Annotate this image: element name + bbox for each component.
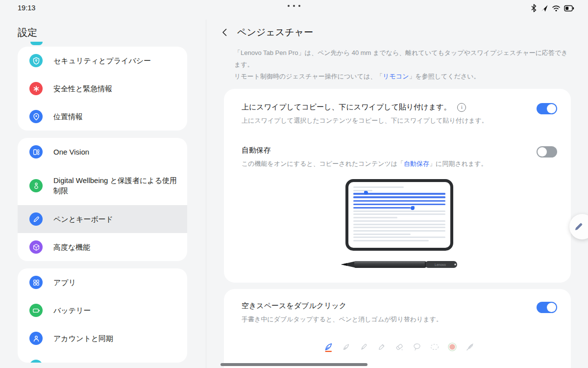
double-click-title: 空きスペースをダブルクリック [242,301,346,311]
document-lines [353,186,445,241]
sidebar-item-label: 安全性と緊急情報 [53,83,112,94]
tablet-illustration [345,179,453,251]
scrolled-item-sliver [30,42,43,45]
sidebar-item-battery[interactable]: バッテリー [18,296,187,324]
fountain-pen-icon [341,342,352,352]
sidebar-item-label: ペンとキーボード [53,214,113,224]
panel-title: ペンジェスチャー [237,26,313,39]
auto-save-title: 自動保存 [242,146,271,155]
sidebar-item-label: Digital Wellbeing と保護者による使用制限 [53,175,180,196]
wellbeing-icon [29,179,43,192]
auto-save-link[interactable]: 自動保存 [404,160,429,167]
selection-handle-end [411,206,415,210]
tablet-screen [345,179,453,251]
accessibility-icon [29,360,43,363]
pen-gestures-panel: ペンジェスチャー 「Lenovo Tab Pen Pro」は、ペン先から 40 … [206,20,588,368]
sidebar-item-label: アカウントと同期 [53,333,113,343]
cube-icon [29,240,43,254]
person-icon [29,332,43,345]
sidebar-item-label: 高度な機能 [53,242,90,252]
location-icon [540,4,548,14]
pencil-icon [29,212,43,226]
sidebar-item-label: バッテリー [53,305,91,315]
emergency-asterisk-icon [29,82,43,95]
battery-icon [564,5,574,14]
swipe-copy-row: 上にスワイプしてコピーし、下にスワイプして貼り付けます。 i 上にスワイプして選… [242,103,557,125]
sidebar-item-safety-emergency[interactable]: 安全性と緊急情報 [18,75,187,103]
lasso-icon [412,342,422,352]
double-click-row: 空きスペースをダブルクリック 手書き中にダブルタップすると、ペンと消しゴムが切り… [242,301,557,324]
double-click-toggle[interactable] [537,302,557,313]
sidebar-item-digital-wellbeing[interactable]: Digital Wellbeing と保護者による使用制限 [18,166,187,205]
sidebar-item-advanced-features[interactable]: 高度な機能 [18,233,187,261]
auto-save-row: 自動保存 この機能をオンにすると、コピーされたコンテンツは「自動保存」に同期され… [242,146,557,168]
back-button[interactable] [220,27,230,37]
sidebar-item-one-vision[interactable]: One Vision [18,138,187,166]
wifi-icon [552,4,561,14]
swipe-copy-toggle[interactable] [537,103,557,114]
eraser-icon [394,342,405,352]
sidebar-item-accounts-sync[interactable]: アカウントと同期 [18,324,187,352]
system-status-icons [531,4,574,14]
shape-ellipse-icon [429,342,440,352]
sidebar-item-location[interactable]: 位置情報 [18,103,187,131]
sidebar-group-system: One Vision Digital Wellbeing と保護者による使用制限… [18,138,187,261]
pen-disabled-icon [465,342,475,352]
sidebar-item-apps[interactable]: アプリ [18,268,187,296]
gesture-navigation-bar[interactable] [220,363,368,366]
window-drag-handle[interactable] [0,5,588,7]
sidebar-item-label: 位置情報 [53,111,83,122]
stylus-illustration: Lenovo [242,259,557,270]
location-pin-icon [29,110,43,123]
sidebar-item-label: アプリ [53,277,76,288]
swipe-copy-subtitle: 上にスワイプして選択したコンテンツをコピーし、下にスワイプして貼り付けます。 [242,116,488,125]
pen-brand-label: Lenovo [435,263,446,266]
settings-sidebar: 設定 セキュリティとプライバシー 安全性と緊急情報 位置情報 One [0,20,206,368]
swipe-copy-title: 上にスワイプしてコピーし、下にスワイプして貼り付けます。 [242,103,451,112]
pen-toolbar-illustration [242,342,557,352]
floating-pen-icon [573,221,584,232]
sidebar-item-accessibility[interactable]: ユーザー補助 [18,352,187,363]
ballpoint-pen-icon [359,342,369,352]
sidebar-group-privacy: セキュリティとプライバシー 安全性と緊急情報 位置情報 [18,47,187,131]
sidebar-item-label: セキュリティとプライバシー [53,55,151,66]
sidebar-item-label: One Vision [53,147,89,157]
one-vision-icon [29,145,43,158]
shield-lock-icon [29,54,43,67]
active-pen-icon [323,342,334,352]
bluetooth-icon [531,4,537,14]
sidebar-item-security-privacy[interactable]: セキュリティとプライバシー [18,47,187,75]
sidebar-item-pen-keyboard[interactable]: ペンとキーボード [18,205,187,233]
battery-green-icon [29,304,43,317]
apps-grid-icon [29,276,43,289]
double-click-card: 空きスペースをダブルクリック 手書き中にダブルタップすると、ペンと消しゴムが切り… [224,289,571,368]
pencil-tool-icon [376,342,387,352]
color-swatch-icon [447,342,458,352]
sidebar-item-label: ユーザー補助 [53,361,98,363]
page-title: 設定 [18,26,206,39]
swipe-copy-card: 上にスワイプしてコピーし、下にスワイプして貼り付けます。 i 上にスワイプして選… [224,89,571,283]
remote-control-link[interactable]: リモコン [383,73,409,80]
info-icon[interactable]: i [457,103,466,112]
double-click-subtitle: 手書き中にダブルタップすると、ペンと消しゴムが切り替わります。 [242,315,442,324]
auto-save-toggle[interactable] [537,146,557,158]
sidebar-group-apps: アプリ バッテリー アカウントと同期 ユーザー補助 [18,268,187,363]
panel-description: 「Lenovo Tab Pen Pro」は、ペン先から 40 mm までなら、離… [234,47,573,82]
status-bar: 19:13 [0,0,588,20]
